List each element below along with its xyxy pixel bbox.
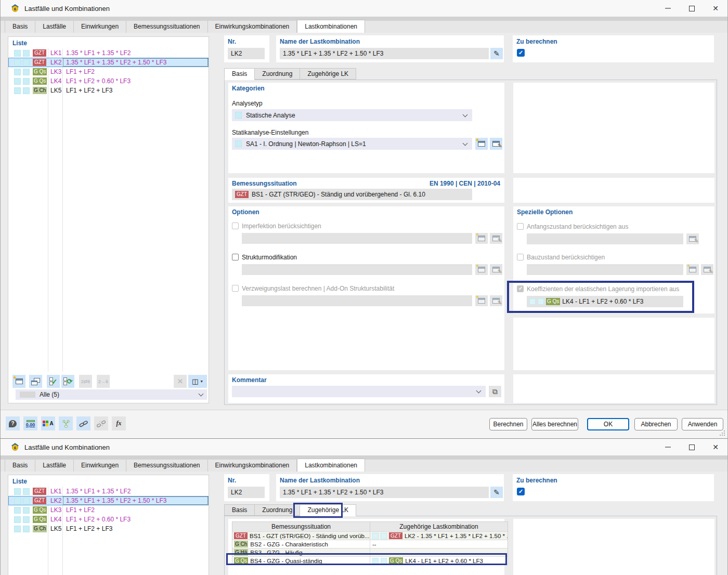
tab-einwirkungen[interactable]: Einwirkungen — [74, 21, 126, 33]
units-icon[interactable]: 0,00 — [23, 416, 37, 430]
check-square[interactable] — [14, 69, 21, 75]
check-square[interactable] — [14, 516, 21, 523]
ok-button[interactable]: OK — [587, 418, 629, 430]
nr-field[interactable]: LK2 — [228, 48, 265, 59]
table-row[interactable]: G ChBS2 - GZG - Charakteristisch -- — [232, 540, 508, 548]
list-item-lk4[interactable]: G Qs LK4 LF1 + LF2 + 0.60 * LF3 — [8, 515, 209, 524]
check-square[interactable] — [14, 498, 21, 504]
copy-icon[interactable] — [29, 375, 42, 388]
compute-checkbox[interactable] — [517, 488, 525, 495]
tab-lastfaelle[interactable]: Lastfälle — [35, 460, 74, 472]
add-icon[interactable] — [12, 375, 25, 388]
list-item-lk1[interactable]: GZT LK1 1.35 * LF1 + 1.35 * LF2 — [8, 487, 209, 496]
check-square[interactable] — [14, 59, 21, 66]
check-square[interactable] — [14, 507, 21, 514]
anfangszustand-checkbox[interactable] — [517, 223, 524, 230]
model-tree-icon[interactable] — [59, 416, 73, 430]
list-item-lk3[interactable]: G Qs LK3 LF1 + LF2 — [8, 67, 209, 76]
bemessung-field[interactable]: GZT BS1 - GZT (STR/GEO) - Ständig und vo… — [232, 189, 472, 200]
close-icon[interactable]: ✕ — [704, 439, 727, 455]
berechnen-button[interactable]: Berechnen — [489, 418, 527, 430]
check-square[interactable] — [14, 526, 21, 532]
delete-icon[interactable]: ✕ — [174, 375, 187, 388]
new-statik-icon[interactable] — [475, 138, 488, 150]
tab-detail-zugehoerige-lk[interactable]: Zugehörige LK — [300, 68, 356, 80]
tab-bemessungssituationen[interactable]: Bemessungssituationen — [126, 460, 207, 472]
koeffizienten-checkbox[interactable] — [517, 285, 524, 292]
koeffizienten-field[interactable]: G Qs LK4 - LF1 + LF2 + 0.60 * LF3 — [527, 296, 683, 307]
check-square[interactable] — [23, 59, 30, 66]
check-square[interactable] — [14, 78, 21, 85]
tab-basis[interactable]: Basis — [5, 21, 35, 33]
help-icon[interactable]: ? — [6, 416, 20, 430]
close-icon[interactable]: ✕ — [704, 0, 727, 17]
statik-dropdown[interactable]: SA1 - I. Ordnung | Newton-Raphson | LS=1 — [232, 138, 472, 150]
formula-icon[interactable]: fx — [112, 416, 126, 430]
edit-struktur-icon[interactable] — [490, 264, 502, 275]
analysetyp-dropdown[interactable]: Statische Analyse — [232, 109, 472, 121]
tab-detail-zuordnung[interactable]: Zuordnung — [255, 68, 300, 80]
tab-detail-basis[interactable]: Basis — [224, 504, 255, 516]
tab-einwirkungskombinationen[interactable]: Einwirkungskombinationen — [208, 460, 297, 472]
renumber-icon[interactable]: 2⇄6 — [79, 375, 92, 388]
minimize-icon[interactable] — [656, 0, 680, 17]
tab-bemessungssituationen[interactable]: Bemessungssituationen — [126, 21, 207, 33]
list-item-lk1[interactable]: GZT LK1 1.35 * LF1 + 1.35 * LF2 — [8, 48, 209, 58]
check-square[interactable] — [14, 50, 21, 57]
check-square[interactable] — [14, 87, 21, 94]
check-square[interactable] — [23, 516, 30, 523]
tab-detail-basis[interactable]: Basis — [224, 68, 255, 80]
verzweigung-checkbox[interactable] — [232, 285, 239, 292]
list-item-lk2-selected[interactable]: GZT LK2 1.35 * LF1 + 1.35 * LF2 + 1.50 *… — [8, 58, 209, 67]
table-row[interactable]: GZTBS1 - GZT (STR/GEO) - Ständig und vor… — [232, 531, 508, 540]
edit-bauzustand-icon[interactable] — [701, 264, 713, 275]
check-square[interactable] — [23, 69, 30, 75]
name-field[interactable]: 1.35 * LF1 + 1.35 * LF2 + 1.50 * LF3 — [280, 487, 489, 498]
minimize-icon[interactable] — [656, 439, 680, 455]
edit-verzweigung-icon[interactable] — [490, 295, 502, 306]
edit-anfangszustand-icon[interactable] — [686, 233, 699, 244]
view-mode-icon[interactable]: ◫▼ — [188, 375, 207, 388]
resize-grip[interactable] — [724, 435, 725, 436]
tab-lastkombinationen[interactable]: Lastkombinationen — [297, 459, 365, 472]
tab-einwirkungskombinationen[interactable]: Einwirkungskombinationen — [208, 21, 297, 33]
check-square[interactable] — [23, 507, 30, 514]
toggle-selection-icon[interactable]: ⟳ — [61, 375, 74, 388]
check-square[interactable] — [23, 87, 30, 94]
tab-einwirkungen[interactable]: Einwirkungen — [74, 460, 126, 472]
list-item-lk4[interactable]: G Qs LK4 LF1 + LF2 + 0.60 * LF3 — [8, 76, 209, 86]
alles-berechnen-button[interactable]: Alles berechnen — [531, 418, 578, 430]
tab-detail-zuordnung[interactable]: Zuordnung — [255, 504, 300, 516]
imperfektion-checkbox[interactable] — [232, 223, 239, 229]
check-square[interactable] — [23, 78, 30, 85]
compute-checkbox[interactable] — [517, 49, 525, 57]
display-settings-icon[interactable]: A — [41, 416, 55, 430]
list-item-lk2-selected[interactable]: GZT LK2 1.35 * LF1 + 1.35 * LF2 + 1.50 *… — [8, 496, 209, 505]
edit-statik-icon[interactable] — [490, 138, 502, 150]
check-square[interactable] — [23, 498, 30, 504]
list-item-lk3[interactable]: G Qs LK3 LF1 + LF2 — [8, 505, 209, 515]
bauzustand-checkbox[interactable] — [517, 254, 524, 260]
new-struktur-icon[interactable] — [475, 264, 488, 275]
copy-comment-icon[interactable]: ⧉ — [489, 386, 501, 397]
name-field[interactable]: 1.35 * LF1 + 1.35 * LF2 + 1.50 * LF3 — [280, 48, 489, 59]
maximize-icon[interactable] — [680, 439, 704, 455]
renumber-partial-icon[interactable]: 2→6 — [97, 375, 110, 388]
new-imperfektion-icon[interactable] — [475, 233, 488, 244]
maximize-icon[interactable] — [680, 0, 704, 17]
table-row-highlighted[interactable]: G QsBS4 - GZG - Quasi-ständig G QsLK4 - … — [232, 556, 508, 565]
link-icon[interactable] — [76, 416, 90, 430]
edit-name-icon[interactable]: ✎ — [490, 48, 503, 59]
new-bauzustand-icon[interactable] — [686, 264, 699, 275]
tab-lastkombinationen[interactable]: Lastkombinationen — [297, 20, 365, 33]
strukturmodifikation-checkbox[interactable] — [232, 254, 239, 260]
table-row[interactable]: G HäBS3 - GZG - Häufig -- — [232, 548, 508, 556]
abbrechen-button[interactable]: Abbrechen — [634, 418, 678, 430]
edit-imperfektion-icon[interactable] — [490, 233, 502, 244]
list-item-lk5[interactable]: G Ch LK5 LF1 + LF2 + LF3 — [8, 524, 209, 533]
nr-field[interactable]: LK2 — [228, 487, 265, 498]
tab-lastfaelle[interactable]: Lastfälle — [35, 21, 74, 33]
new-verzweigung-icon[interactable] — [475, 295, 488, 306]
check-square[interactable] — [23, 50, 30, 57]
select-all-icon[interactable]: ✓ — [47, 375, 60, 388]
